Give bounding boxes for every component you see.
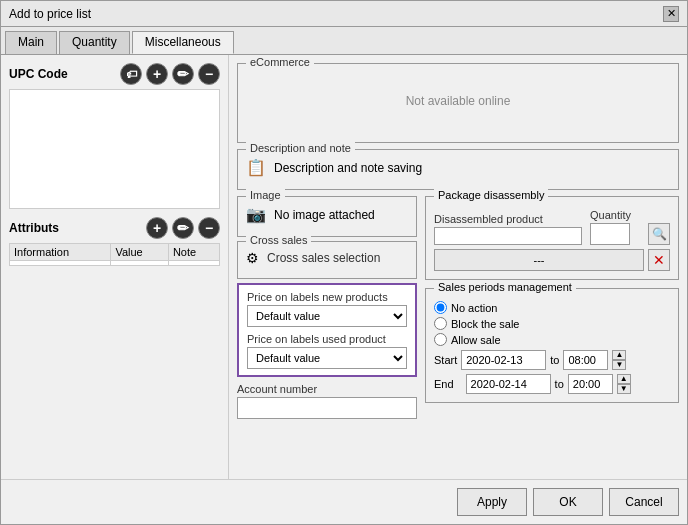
pkg-row: Disassembled product Quantity 0 🔍 — [434, 209, 670, 245]
attr-col-note: Note — [168, 244, 219, 261]
pkg-dots-row: --- ✕ — [434, 249, 670, 271]
cross-sales-icon: ⚙ — [246, 250, 259, 266]
end-time-up[interactable]: ▲ — [617, 374, 631, 384]
end-time-down[interactable]: ▼ — [617, 384, 631, 394]
sales-allow: Allow sale — [434, 333, 670, 346]
pkg-delete-button[interactable]: ✕ — [648, 249, 670, 271]
start-time-input[interactable]: 08:00 — [563, 350, 608, 370]
description-icon: 📋 — [246, 158, 266, 177]
upc-label: UPC Code — [9, 67, 68, 81]
close-button[interactable]: ✕ — [663, 6, 679, 22]
image-text: No image attached — [274, 208, 375, 222]
upc-add-icon[interactable]: + — [146, 63, 168, 85]
title-bar: Add to price list ✕ — [1, 1, 687, 27]
attr-icons: + ✏ − — [146, 217, 220, 239]
pkg-qty-input[interactable]: 0 — [590, 223, 630, 245]
attributes-section: Attributs + ✏ − Information Value Note — [9, 217, 220, 471]
upc-remove-icon[interactable]: − — [198, 63, 220, 85]
sales-label: Sales periods management — [434, 281, 576, 293]
footer: Apply OK Cancel — [1, 479, 687, 524]
sales-block: Block the sale — [434, 317, 670, 330]
pkg-label: Package disassembly — [434, 189, 548, 201]
cross-sales-group: Cross sales ⚙ Cross sales selection — [237, 241, 417, 279]
sales-allow-label: Allow sale — [451, 334, 501, 346]
description-row: 📋 Description and note saving — [246, 154, 670, 181]
pkg-qty-field: Quantity 0 — [590, 209, 640, 245]
apply-button[interactable]: Apply — [457, 488, 527, 516]
content-area: UPC Code 🏷 + ✏ − Attributs + — [1, 55, 687, 479]
pkg-product-label: Disassembled product — [434, 213, 582, 225]
start-time-up[interactable]: ▲ — [612, 350, 626, 360]
end-time-input[interactable]: 20:00 — [568, 374, 613, 394]
upc-input-area[interactable] — [9, 89, 220, 209]
cross-sales-text[interactable]: Cross sales selection — [267, 251, 380, 265]
upc-edit-icon[interactable]: ✏ — [172, 63, 194, 85]
image-row: 📷 No image attached — [246, 201, 408, 228]
tab-quantity[interactable]: Quantity — [59, 31, 130, 54]
start-date-input[interactable]: 2020-02-13 — [461, 350, 546, 370]
end-date-input[interactable]: 2020-02-14 — [466, 374, 551, 394]
account-label: Account number — [237, 383, 417, 395]
pkg-box: Package disassembly Disassembled product… — [425, 196, 679, 280]
account-input[interactable] — [237, 397, 417, 419]
left-panel: UPC Code 🏷 + ✏ − Attributs + — [1, 55, 229, 479]
description-text: Description and note saving — [274, 161, 422, 175]
sales-box: Sales periods management No action Block… — [425, 288, 679, 403]
pkg-qty-label: Quantity — [590, 209, 640, 221]
sales-radio-allow[interactable] — [434, 333, 447, 346]
ecommerce-group: eCommerce Not available online — [237, 63, 679, 143]
tab-miscellaneous[interactable]: Miscellaneous — [132, 31, 234, 54]
start-time-spinner[interactable]: ▲ ▼ — [612, 350, 626, 370]
attr-edit-icon[interactable]: ✏ — [172, 217, 194, 239]
right-panel: eCommerce Not available online Descripti… — [229, 55, 687, 479]
camera-icon: 📷 — [246, 205, 266, 224]
attr-label: Attributs — [9, 221, 59, 235]
price-highlighted-box: Price on labels new products Default val… — [237, 283, 417, 377]
upc-header: UPC Code 🏷 + ✏ − — [9, 63, 220, 85]
ecommerce-status: Not available online — [406, 94, 511, 108]
end-time-spinner[interactable]: ▲ ▼ — [617, 374, 631, 394]
sales-block-label: Block the sale — [451, 318, 519, 330]
end-to-label: to — [555, 378, 564, 390]
attr-col-info: Information — [10, 244, 111, 261]
cancel-button[interactable]: Cancel — [609, 488, 679, 516]
start-time-down[interactable]: ▼ — [612, 360, 626, 370]
pkg-product-input[interactable] — [434, 227, 582, 245]
image-group: Image 📷 No image attached — [237, 196, 417, 237]
start-label: Start — [434, 354, 457, 366]
attr-header: Attributs + ✏ − — [9, 217, 220, 239]
attr-table: Information Value Note — [9, 243, 220, 266]
pkg-product-field: Disassembled product — [434, 213, 582, 245]
end-date-row: End 2020-02-14 to 20:00 ▲ ▼ — [434, 374, 670, 394]
sales-no-action: No action — [434, 301, 670, 314]
price-used-dropdown[interactable]: Default value — [247, 347, 407, 369]
attr-col-value: Value — [111, 244, 169, 261]
table-row — [10, 261, 220, 266]
sales-radio-group: No action Block the sale Allow sale — [434, 301, 670, 346]
image-label: Image — [246, 189, 285, 201]
right-sub: Package disassembly Disassembled product… — [425, 196, 679, 471]
upc-icons: 🏷 + ✏ − — [120, 63, 220, 85]
price-new-dropdown[interactable]: Default value — [247, 305, 407, 327]
price-used-label: Price on labels used product — [247, 333, 407, 345]
start-to-label: to — [550, 354, 559, 366]
description-group: Description and note 📋 Description and n… — [237, 149, 679, 190]
sales-radio-no-action[interactable] — [434, 301, 447, 314]
tab-main[interactable]: Main — [5, 31, 57, 54]
ecommerce-label: eCommerce — [246, 56, 314, 68]
upc-section: UPC Code 🏷 + ✏ − — [9, 63, 220, 209]
end-label: End — [434, 378, 454, 390]
upc-tag-icon[interactable]: 🏷 — [120, 63, 142, 85]
description-label: Description and note — [246, 142, 355, 154]
sales-radio-block[interactable] — [434, 317, 447, 330]
cross-sales-row: ⚙ Cross sales selection — [246, 246, 408, 270]
price-new-section: Price on labels new products Default val… — [247, 291, 407, 327]
pkg-search-button[interactable]: 🔍 — [648, 223, 670, 245]
left-sub: Image 📷 No image attached Cross sales ⚙ … — [237, 196, 417, 471]
ok-button[interactable]: OK — [533, 488, 603, 516]
account-section: Account number — [237, 383, 417, 419]
attr-add-icon[interactable]: + — [146, 217, 168, 239]
pkg-dots-button[interactable]: --- — [434, 249, 644, 271]
two-col-layout: Image 📷 No image attached Cross sales ⚙ … — [237, 196, 679, 471]
attr-remove-icon[interactable]: − — [198, 217, 220, 239]
